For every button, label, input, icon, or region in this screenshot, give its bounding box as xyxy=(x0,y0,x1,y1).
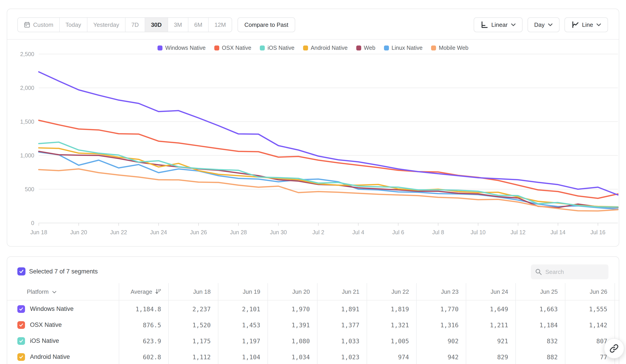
table-cell: 1,453 xyxy=(218,322,260,328)
table-cell: 1,033 xyxy=(317,337,359,344)
chevron-down-icon xyxy=(511,23,516,26)
table-row-windows: Windows Native1,184.82,2372,1011,9701,89… xyxy=(7,301,620,317)
table-header-row: Platform Average Jun 18Jun 19Jun 20Jun 2… xyxy=(7,283,620,300)
x-axis-tick-label: Jul 6 xyxy=(392,229,404,235)
column-header-date[interactable]: Jun 21 xyxy=(317,288,359,295)
column-header-label: Platform xyxy=(27,288,49,295)
series-line-android[interactable] xyxy=(39,148,618,207)
x-axis-tick-label: Jul 10 xyxy=(470,229,486,235)
range-button-custom[interactable]: Custom xyxy=(18,18,59,32)
range-button-label: 3M xyxy=(174,21,182,28)
table-cell: 974 xyxy=(367,353,409,360)
select-all-checkbox[interactable] xyxy=(17,267,26,275)
table-cell: 1,112 xyxy=(168,353,211,360)
y-axis-tick-label: 1,000 xyxy=(20,152,34,159)
table-cell: 1,555 xyxy=(565,305,607,312)
check-icon xyxy=(19,269,24,274)
table-cell: 1,770 xyxy=(416,305,459,312)
link-icon xyxy=(609,343,619,354)
series-line-mobileweb[interactable] xyxy=(39,169,618,211)
interval-dropdown[interactable]: Day xyxy=(528,17,559,32)
scale-dropdown[interactable]: Linear xyxy=(474,17,522,32)
column-header-label: Jun 18 xyxy=(193,288,211,295)
column-header-label: Jun 22 xyxy=(391,288,409,295)
table-cell: 1,104 xyxy=(218,353,260,360)
segment-checkbox-windows[interactable] xyxy=(17,305,25,313)
search-icon xyxy=(535,268,542,275)
table-cell: 1,023 xyxy=(317,353,359,360)
table-cell: 882 xyxy=(515,353,558,360)
range-button-label: Yesterday xyxy=(93,21,119,28)
sort-descending-icon xyxy=(155,288,161,295)
column-header-date[interactable]: Jun 18 xyxy=(168,288,211,295)
range-button-30d[interactable]: 30D xyxy=(145,18,168,32)
x-axis-tick-label: Jun 18 xyxy=(30,229,47,235)
series-line-web[interactable] xyxy=(39,151,618,208)
x-axis-tick-label: Jun 20 xyxy=(70,229,87,235)
range-button-7d[interactable]: 7D xyxy=(125,18,145,32)
compare-to-past-button[interactable]: Compare to Past xyxy=(237,17,295,32)
scale-dropdown-label: Linear xyxy=(491,21,508,28)
column-header-date[interactable]: Jun 22 xyxy=(367,288,409,295)
table-cell: 1,175 xyxy=(168,337,211,344)
table-cell: 1,649 xyxy=(466,305,508,312)
selected-segments-row: Selected 7 of 7 segments xyxy=(17,267,98,275)
row-head: Android Native xyxy=(17,353,70,361)
search-input[interactable] xyxy=(545,268,599,275)
x-axis-tick-label: Jul 8 xyxy=(432,229,444,235)
column-header-platform[interactable]: Platform xyxy=(27,288,57,295)
column-header-date[interactable]: Jun 26 xyxy=(565,288,607,295)
y-axis-tick-label: 500 xyxy=(25,186,34,192)
column-header-label: Jun 23 xyxy=(441,288,459,295)
table-cell: 623.9 xyxy=(119,337,161,344)
column-header-date[interactable]: Jun 23 xyxy=(416,288,459,295)
column-header-date[interactable]: Jun 25 xyxy=(515,288,558,295)
column-header-date[interactable]: Jun 20 xyxy=(268,288,310,295)
x-axis-tick-label: Jun 30 xyxy=(270,229,287,235)
x-axis-tick-label: Jul 14 xyxy=(550,229,566,235)
table-row-osx: OSX Native876.51,5201,4531,3911,3771,321… xyxy=(7,317,620,333)
table-cell: 1,520 xyxy=(168,322,211,328)
range-button-6m[interactable]: 6M xyxy=(188,18,208,32)
x-axis-tick-label: Jul 16 xyxy=(590,229,605,235)
range-button-label: 30D xyxy=(151,21,162,28)
calendar-icon xyxy=(24,21,30,28)
y-axis-tick-label: 2,500 xyxy=(20,51,34,57)
segment-checkbox-osx[interactable] xyxy=(17,321,25,329)
table-cell: 1,663 xyxy=(515,305,558,312)
column-header-date[interactable]: Jun 24 xyxy=(466,288,508,295)
table-cell: 1,377 xyxy=(317,322,359,328)
row-head: iOS Native xyxy=(17,337,59,345)
x-axis-tick-label: Jun 28 xyxy=(230,229,247,235)
column-header-date[interactable]: Jun 19 xyxy=(218,288,260,295)
column-header-label: Jun 24 xyxy=(491,288,508,295)
range-button-today[interactable]: Today xyxy=(59,18,87,32)
axis-icon xyxy=(480,21,488,29)
segment-name: iOS Native xyxy=(30,337,59,344)
range-button-3m[interactable]: 3M xyxy=(168,18,188,32)
segment-checkbox-ios[interactable] xyxy=(17,337,25,345)
table-cell: 1,211 xyxy=(466,322,508,328)
search-box[interactable] xyxy=(531,264,608,279)
range-button-label: 6M xyxy=(194,21,202,28)
share-link-button[interactable] xyxy=(604,338,624,359)
column-header-average[interactable]: Average xyxy=(119,288,161,295)
line-chart-icon xyxy=(571,21,579,29)
x-axis-tick-label: Jun 24 xyxy=(150,229,167,235)
table-cell: 902 xyxy=(416,337,459,344)
x-axis-tick-label: Jul 12 xyxy=(511,229,526,235)
range-button-label: 7D xyxy=(131,21,139,28)
selected-segments-label: Selected 7 of 7 segments xyxy=(29,268,98,275)
range-button-label: 12M xyxy=(215,21,226,28)
table-cell: 1,970 xyxy=(268,305,310,312)
table-cell: 602.8 xyxy=(119,353,161,360)
x-axis-tick-label: Jul 2 xyxy=(312,229,324,235)
chart-type-dropdown[interactable]: Line xyxy=(564,17,608,32)
series-line-ios[interactable] xyxy=(39,142,618,207)
range-button-label: Custom xyxy=(33,21,53,28)
y-axis-tick-label: 2,000 xyxy=(20,85,34,91)
range-button-yesterday[interactable]: Yesterday xyxy=(87,18,125,32)
segment-checkbox-android[interactable] xyxy=(17,353,25,361)
range-button-12m[interactable]: 12M xyxy=(208,18,232,32)
y-axis-tick-label: 1,500 xyxy=(20,118,34,125)
